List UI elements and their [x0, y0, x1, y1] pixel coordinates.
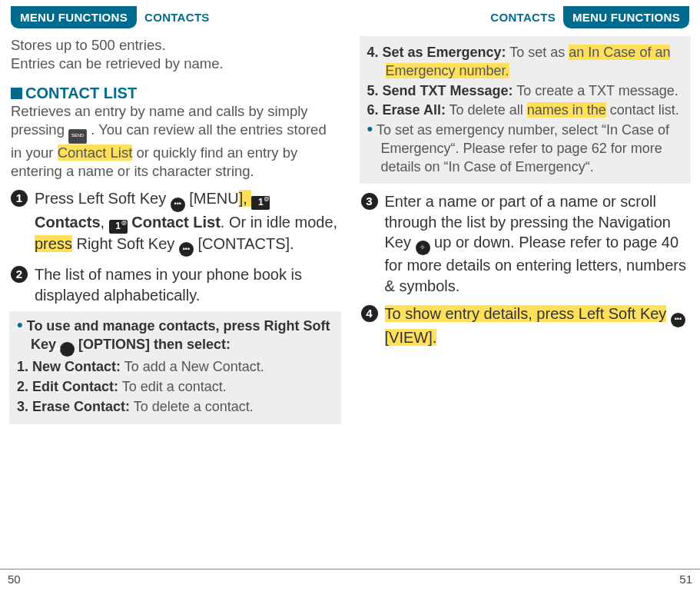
soft-key-icon: •••	[60, 342, 75, 357]
step-2-text: The list of names in your phone book is …	[35, 264, 340, 305]
step-3: 3 Enter a name or part of a name or scro…	[361, 191, 690, 296]
page-number-left: 50	[0, 569, 350, 589]
bullet-icon: •	[367, 119, 373, 138]
highlight-contact-list: Contact List	[58, 144, 133, 161]
intro-line-1: Stores up to 500 entries.	[11, 36, 340, 55]
number-badge-4: 4	[361, 305, 378, 322]
number-badge-3: 3	[361, 193, 378, 210]
intro-line-2: Entries can be retrieved by name.	[11, 55, 340, 73]
menu-functions-tab-right: MENU FUNCTIONS	[563, 6, 689, 28]
number-badge-2: 2	[11, 266, 28, 283]
section-contact-list: CONTACT LIST	[11, 85, 340, 102]
one-key-icon: 1	[109, 220, 128, 234]
left-header: MENU FUNCTIONS CONTACTS	[11, 6, 340, 28]
soft-key-icon: •••	[671, 313, 685, 327]
square-icon	[11, 88, 22, 99]
menu-functions-tab-left: MENU FUNCTIONS	[11, 6, 137, 28]
send-key-icon: SEND	[68, 129, 87, 144]
contacts-label-left: CONTACTS	[144, 11, 210, 24]
soft-key-icon: •••	[171, 198, 185, 212]
number-badge-1: 1	[11, 190, 28, 207]
step-1: 1 Press Left Soft Key ••• [MENU], 1 Cont…	[11, 188, 340, 257]
right-header: CONTACTS MENU FUNCTIONS	[361, 6, 690, 28]
step-4-text: To show entry details, press Left Soft K…	[385, 304, 690, 347]
options-box-right: 4. Set as Emergency: To set as an In Cas…	[360, 36, 692, 184]
step-2: 2 The list of names in your phone book i…	[11, 264, 340, 305]
soft-key-icon: •••	[179, 242, 194, 257]
contact-list-paragraph: Retrieves an entry by name and calls by …	[11, 102, 340, 181]
page-number-right: 51	[350, 569, 701, 589]
bullet-icon: •	[17, 315, 23, 334]
step-4: 4 To show entry details, press Left Soft…	[361, 304, 690, 347]
contacts-label-right: CONTACTS	[490, 11, 556, 24]
options-box-left: • To use and manage contacts, press Righ…	[9, 311, 341, 423]
page-footer: 50 51	[0, 569, 700, 589]
step-3-text: Enter a name or part of a name or scroll…	[385, 191, 690, 296]
step-1-text: Press Left Soft Key ••• [MENU], 1 Contac…	[35, 188, 340, 257]
nav-key-icon: ✧	[416, 241, 430, 255]
one-key-icon: 1	[251, 196, 270, 210]
